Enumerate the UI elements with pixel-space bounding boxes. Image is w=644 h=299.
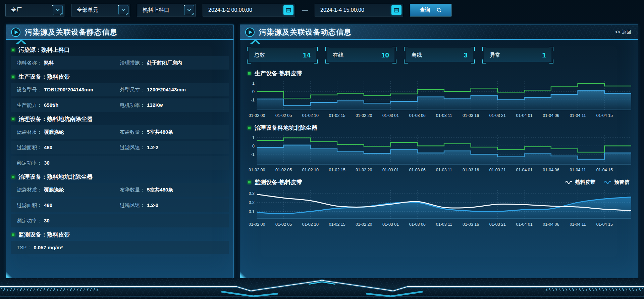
svg-text:01-03 21: 01-03 21 xyxy=(489,168,506,172)
svg-text:01-02 20: 01-02 20 xyxy=(356,222,372,227)
field-label: 外型尺寸： xyxy=(120,87,145,93)
dynamic-info-panel: 污染源及关联设备动态信息 << 返回 总数14在线10离线3异常1 生产设备-熟… xyxy=(240,25,638,279)
chart-title: 治理设备料地坑北除尘器 xyxy=(255,124,317,132)
field-label: 滤袋材质： xyxy=(17,187,42,193)
svg-text:01-03 16: 01-03 16 xyxy=(463,222,479,227)
field-label: 生产能力： xyxy=(17,102,42,109)
green-square-icon xyxy=(11,117,15,121)
svg-text:01-02 05: 01-02 05 xyxy=(275,168,292,172)
data-row: 设备型号：TDB1200*204143mm外型尺寸：1200*204143mm xyxy=(11,83,229,96)
stat-card: 异常1 xyxy=(482,47,553,63)
field-value: 30 xyxy=(44,160,50,166)
field: TSP：0.057 mg/m³ xyxy=(17,245,120,251)
svg-text:01-02 00: 01-02 00 xyxy=(249,168,265,172)
field-label: 设备型号： xyxy=(17,87,42,93)
field: 生产能力：650t/h xyxy=(17,102,120,109)
chart-header: 生产设备-熟料皮带 xyxy=(248,68,631,78)
section-heading-text: 治理设备：熟料地坑北除尘器 xyxy=(18,173,93,181)
field-label: 过鸿风速： xyxy=(120,202,145,209)
data-row: 滤袋材质：覆膜涤纶布袋数量：5室共480条 xyxy=(11,125,229,139)
chevron-down-icon xyxy=(184,5,194,15)
data-row: 物料名称：熟料治理措施：处于封闭厂房内 xyxy=(11,56,229,70)
dynamic-panel-title: 污染源及关联设备动态信息 xyxy=(259,27,352,37)
section-heading: 污染源：熟料上料口 xyxy=(11,46,228,54)
calendar-icon[interactable] xyxy=(283,5,293,15)
stat-label: 总数 xyxy=(254,52,265,59)
field-value: 处于封闭厂房内 xyxy=(147,60,182,66)
section-heading: 治理设备：熟料地坑南除尘器 xyxy=(11,115,228,123)
chart-block: 治理设备料地坑北除尘器10-101-02 0001-02 0501-02 100… xyxy=(247,123,631,174)
svg-text:01-02 15: 01-02 15 xyxy=(329,222,345,227)
section-heading-text: 治理设备：熟料地坑南除尘器 xyxy=(18,115,93,123)
legend-label: 熟料皮带 xyxy=(575,179,595,185)
field: 电机功率：132Kw xyxy=(120,102,223,109)
charts-area: 生产设备-熟料皮带10-101-02 0001-02 0501-02 1001-… xyxy=(247,68,631,229)
data-row: 生产能力：650t/h电机功率：132Kw xyxy=(11,98,229,112)
svg-text:01-03 01: 01-03 01 xyxy=(382,113,399,118)
svg-text:1: 1 xyxy=(252,135,255,140)
field-value: 1.2-2 xyxy=(147,144,158,150)
top-filter-bar: 全厂 全部单元 熟料上料口 2024-1-2 00:00:00 — 2024-1… xyxy=(0,0,644,17)
svg-text:-1: -1 xyxy=(251,98,255,102)
svg-text:01-03 11: 01-03 11 xyxy=(436,113,452,118)
svg-text:01-04 01: 01-04 01 xyxy=(516,222,533,227)
green-square-icon xyxy=(248,126,251,130)
field-value: 覆膜涤纶 xyxy=(44,129,64,135)
field: 过鸿风速：1.2-2 xyxy=(120,202,223,209)
stat-value: 1 xyxy=(542,51,546,59)
svg-text:01-02 00: 01-02 00 xyxy=(249,113,265,118)
field-value: 30 xyxy=(44,218,50,223)
chart-canvas[interactable]: 0.30.20.101-02 0001-02 0501-02 1001-02 1… xyxy=(247,188,631,229)
plant-select[interactable]: 全厂 xyxy=(5,4,64,16)
svg-text:01-02 20: 01-02 20 xyxy=(356,168,372,172)
field-value: 650t/h xyxy=(44,102,58,108)
field-value: 1200*204143mm xyxy=(147,87,186,92)
end-datetime-input[interactable]: 2024-1-4 15:00:00 xyxy=(315,4,403,16)
static-panel-title: 污染源及关联设备静态信息 xyxy=(25,27,117,37)
svg-text:01-02 05: 01-02 05 xyxy=(275,113,292,118)
field-label: 额定功率： xyxy=(17,218,42,224)
svg-text:01-04 01: 01-04 01 xyxy=(516,168,533,172)
main-content: 污染源及关联设备静态信息 污染源：熟料上料口物料名称：熟料治理措施：处于封闭厂房… xyxy=(0,25,644,279)
data-row: 额定功率：30 xyxy=(11,214,229,227)
field: 布华数量：5室共480条 xyxy=(120,187,223,193)
field-label: 电机功率： xyxy=(120,102,145,109)
svg-text:1: 1 xyxy=(252,81,255,86)
field-label: TSP： xyxy=(17,245,32,251)
svg-text:01-04 06: 01-04 06 xyxy=(543,168,559,172)
green-square-icon xyxy=(11,48,15,52)
chart-title: 生产设备-熟料皮带 xyxy=(255,70,302,77)
start-datetime-input[interactable]: 2024-1-2 00:00:00 xyxy=(203,4,295,16)
legend-label: 预警信 xyxy=(614,179,629,185)
field-value: 132Kw xyxy=(147,102,163,108)
legend-item[interactable]: 熟料皮带 xyxy=(565,179,595,185)
stat-card: 总数14 xyxy=(247,47,318,63)
chart-header: 治理设备料地坑北除尘器 xyxy=(248,123,631,133)
back-link[interactable]: << 返回 xyxy=(615,29,633,35)
stat-value: 3 xyxy=(464,51,468,59)
svg-text:0.1: 0.1 xyxy=(249,209,255,214)
field-label: 过滤风速： xyxy=(120,144,145,151)
field-value: 480 xyxy=(44,144,52,150)
chart-canvas[interactable]: 10-101-02 0001-02 0501-02 1001-02 1501-0… xyxy=(247,79,631,120)
svg-text:01-02 15: 01-02 15 xyxy=(329,168,345,172)
stat-value: 14 xyxy=(303,51,311,59)
query-button[interactable]: 查询 xyxy=(410,4,451,16)
source-select[interactable]: 熟料上料口 xyxy=(137,4,196,16)
dynamic-info-body: 总数14在线10离线3异常1 生产设备-熟料皮带10-101-02 0001-0… xyxy=(240,40,638,229)
calendar-icon[interactable] xyxy=(391,5,401,15)
green-square-icon xyxy=(248,72,251,75)
chart-block: 生产设备-熟料皮带10-101-02 0001-02 0501-02 1001-… xyxy=(247,68,631,120)
static-info-panel: 污染源及关联设备静态信息 污染源：熟料上料口物料名称：熟料治理措施：处于封闭厂房… xyxy=(6,25,234,279)
svg-text:01-04 01: 01-04 01 xyxy=(516,113,533,118)
field: 物料名称：熟料 xyxy=(17,60,120,66)
legend-item[interactable]: 预警信 xyxy=(604,179,629,185)
unit-select[interactable]: 全部单元 xyxy=(71,4,130,16)
chart-canvas[interactable]: 10-101-02 0001-02 0501-02 1001-02 1501-0… xyxy=(247,133,631,174)
field-label: 治理措施： xyxy=(120,60,145,66)
chart-title: 监测设备-熟料皮带 xyxy=(255,178,302,186)
section-heading-text: 监测设备：熟料皮带 xyxy=(18,231,70,239)
field-value: TDB1200*204143mm xyxy=(44,87,93,92)
end-datetime-value: 2024-1-4 15:00:00 xyxy=(320,7,364,13)
svg-text:01-03 06: 01-03 06 xyxy=(409,113,426,118)
